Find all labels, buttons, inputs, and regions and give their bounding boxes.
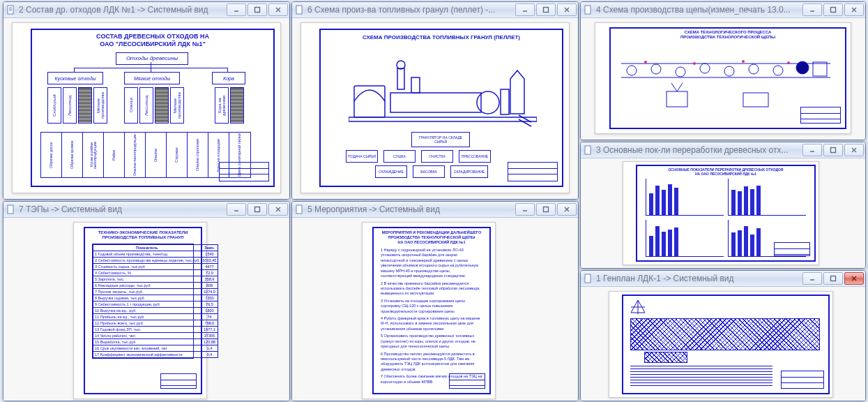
document-icon [295, 5, 305, 15]
drawing-title-1: СОСТАВ ДРЕВЕСНЫХ ОТХОДОВ НА [32, 33, 273, 40]
drawing-viewport[interactable]: ОСНОВНЫЕ ПОКАЗАТЕЛИ ПЕРЕРАБОТКИ ДРЕВЕСНЫ… [581, 158, 865, 268]
svg-rect-22 [813, 62, 827, 76]
window-tep[interactable]: 7 ТЭПы -> Системный вид ТЕХНИКО-ЭКОНОМИЧ… [3, 201, 290, 401]
titlebar[interactable]: 5 Мероприятия -> Системный вид [292, 202, 578, 218]
node: Слэб/сухой [47, 87, 61, 124]
drawing-viewport[interactable]: СОСТАВ ДРЕВЕСНЫХ ОТХОДОВ НА ОАО "ЛЕСОСИБ… [3, 18, 289, 199]
title-block [160, 373, 197, 389]
window-genplan[interactable]: 1 Генплан ЛДК-1 -> Системный вид [580, 270, 866, 401]
node [155, 87, 169, 124]
maximize-button[interactable] [823, 144, 843, 156]
window-schema-shchepa[interactable]: 4 Схема производства щепы(измен_печать 1… [580, 1, 866, 140]
title-block [774, 242, 810, 256]
flow-node: ПОДАЧА СЫРЬЯ [346, 150, 378, 163]
svg-rect-34 [831, 148, 836, 153]
maximize-button[interactable] [248, 203, 267, 216]
window-buttons [227, 203, 289, 216]
minimize-button[interactable] [227, 203, 246, 216]
titlebar[interactable]: 3 Основные пок-ли переработки древесных … [581, 142, 865, 158]
bar-chart [646, 179, 724, 216]
close-button[interactable] [268, 3, 288, 16]
window-buttons [802, 144, 865, 156]
window-title: 3 Основные пок-ли переработки древесных … [596, 145, 800, 155]
drawing-title-1: ТЕХНИКО-ЭКОНОМИЧЕСКИЕ ПОКАЗАТЕЛИ [85, 230, 201, 234]
minimize-button[interactable] [227, 3, 246, 16]
document-icon [295, 204, 305, 214]
window-sostav[interactable]: 2 Состав др. отходов ЛДК №1 -> Системный… [3, 1, 290, 200]
node: Куски и рейки пилопродукции [82, 132, 105, 178]
drawing-title-1: СХЕМА ТЕХНОЛОГИЧЕСКОГО ПРОЦЕССА [611, 30, 845, 34]
svg-point-19 [749, 64, 759, 74]
node: Опилки [145, 132, 167, 178]
drawing-title-2: ПРОИЗВОДСТВА ТОПЛИВНЫХ ГРАНУЛ [85, 235, 201, 239]
node-kusk: Кусковые отходы [47, 72, 103, 84]
svg-point-27 [742, 60, 745, 63]
maximize-button[interactable] [248, 3, 267, 16]
flow-node: ФАСОВКА [413, 165, 445, 178]
node: Кора на древесине [215, 87, 229, 124]
titlebar[interactable]: 6 Схема произ-ва топливных гранул (пелле… [292, 2, 578, 18]
site-plan [630, 318, 820, 350]
maximize-button[interactable] [823, 272, 843, 285]
svg-point-7 [397, 61, 405, 69]
drawing-title-2: ПРОИЗВОДСТВА ТЕХНОЛОГИЧЕСКОЙ ЩЕПЫ [374, 235, 489, 239]
drawing-title-1: МЕРОПРИЯТИЯ И РЕКОМЕНДАЦИИ ДАЛЬНЕЙШЕГО [374, 230, 489, 234]
window-title: 1 Генплан ЛДК-1 -> Системный вид [596, 274, 800, 283]
svg-rect-24 [743, 93, 768, 107]
window-meropriyatiya[interactable]: 5 Мероприятия -> Системный вид МЕРОПРИЯТ… [291, 201, 579, 401]
drawing-title-2: ОАО "ЛЕСОСИБИРСКИЙ ЛДК №1" [32, 40, 273, 47]
drawing-viewport[interactable]: ТЕХНИКО-ЭКОНОМИЧЕСКИЕ ПОКАЗАТЕЛИ ПРОИЗВО… [3, 218, 289, 401]
window-title: 2 Состав др. отходов ЛДК №1 -> Системный… [19, 5, 224, 15]
drawing-viewport[interactable]: СХЕМА ТЕХНОЛОГИЧЕСКОГО ПРОЦЕССА ПРОИЗВОД… [581, 18, 865, 140]
drawing-title-2: ПРОИЗВОДСТВА ТЕХНОЛОГИЧЕСКОЙ ЩЕПЫ [611, 35, 845, 39]
close-button[interactable] [557, 3, 577, 16]
svg-rect-6 [397, 68, 404, 89]
titlebar[interactable]: 4 Схема производства щепы(измен_печать 1… [581, 2, 865, 18]
maximize-button[interactable] [536, 203, 556, 216]
window-buttons [227, 3, 289, 16]
close-button[interactable] [268, 203, 288, 216]
close-button[interactable] [844, 144, 864, 156]
node: Опилки строгания [187, 132, 209, 178]
maximize-button[interactable] [536, 3, 556, 16]
svg-rect-3 [544, 8, 549, 13]
titlebar[interactable]: 1 Генплан ЛДК-1 -> Системный вид [581, 271, 865, 287]
node: Обрезки досок [40, 132, 63, 178]
close-button[interactable] [844, 272, 864, 285]
window-buttons [802, 272, 865, 285]
window-pokazateli[interactable]: 3 Основные пок-ли переработки древесных … [580, 142, 866, 269]
title-block [449, 373, 485, 389]
svg-rect-35 [585, 274, 591, 283]
minimize-button[interactable] [515, 3, 535, 16]
maximize-button[interactable] [823, 3, 843, 16]
svg-point-21 [796, 61, 809, 74]
svg-rect-32 [544, 207, 549, 212]
minimize-button[interactable] [802, 144, 822, 156]
compass-icon [627, 299, 648, 315]
window-title: 7 ТЭПы -> Системный вид [19, 204, 224, 214]
close-button[interactable] [557, 203, 577, 216]
svg-rect-31 [296, 205, 302, 214]
svg-rect-12 [585, 6, 591, 14]
document-icon [584, 5, 593, 15]
minimize-button[interactable] [802, 272, 822, 285]
node: Обрезки кромок [61, 132, 84, 178]
flow-node: ПРЕССОВАНИЕ [459, 150, 491, 163]
titlebar[interactable]: 7 ТЭПы -> Системный вид [3, 202, 289, 218]
window-schema-pellet[interactable]: 6 Схема произ-ва топливных гранул (пелле… [291, 1, 579, 200]
svg-point-15 [651, 64, 661, 74]
close-button[interactable] [844, 3, 864, 16]
minimize-button[interactable] [802, 3, 822, 16]
drawing-viewport[interactable] [581, 287, 865, 401]
window-buttons [515, 203, 578, 216]
minimize-button[interactable] [515, 203, 535, 216]
titlebar[interactable]: 2 Состав др. отходов ЛДК №1 -> Системный… [3, 2, 289, 18]
bar-chart [728, 179, 806, 216]
svg-rect-9 [390, 93, 481, 112]
drawing-viewport[interactable]: СХЕМА ПРОИЗВОДСТВА ТОПЛИВНЫХ ГРАНУЛ (ПЕЛ… [292, 18, 578, 199]
drawing-viewport[interactable]: МЕРОПРИЯТИЯ И РЕКОМЕНДАЦИИ ДАЛЬНЕЙШЕГО П… [292, 218, 578, 401]
title-block [508, 162, 558, 181]
flow-node: СКЛАДИРОВАНИЕ [450, 165, 488, 178]
svg-rect-13 [831, 8, 836, 13]
svg-rect-30 [255, 207, 260, 212]
